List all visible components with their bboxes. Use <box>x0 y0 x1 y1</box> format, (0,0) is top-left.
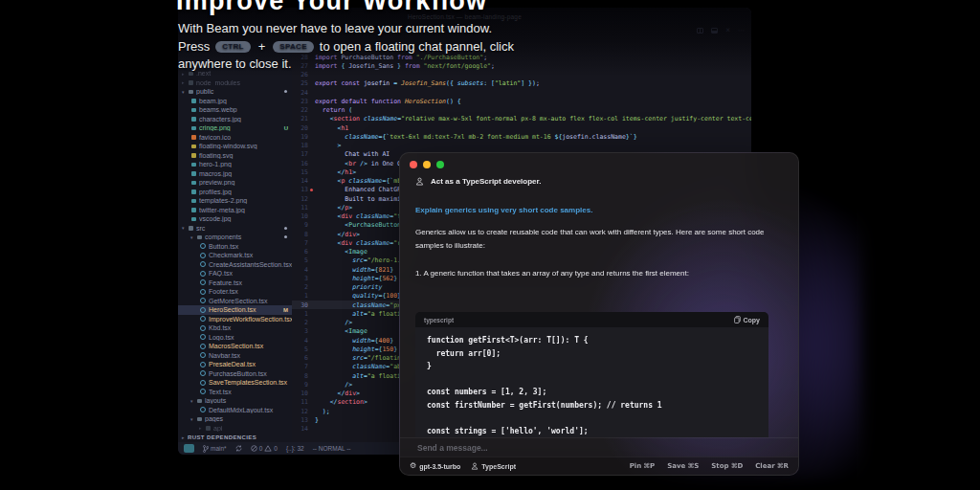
chat-input[interactable] <box>415 442 783 454</box>
tree-item[interactable]: CreateAssistantsSection.tsx <box>178 260 292 270</box>
line-number: 4 <box>292 266 315 274</box>
tree-item-label: floating.svg <box>199 152 292 159</box>
code-line[interactable]: 20 <h1 <box>292 123 751 132</box>
code-line[interactable]: 18 > <box>292 142 751 150</box>
tree-item[interactable]: PurchaseButton.tsx <box>178 369 292 379</box>
tree-item[interactable]: ▸api <box>178 424 292 434</box>
tree-item[interactable]: MacrosSection.tsx <box>178 342 292 351</box>
explorer-sidebar: ▸.next▸node_modules▾publicbeam.jpgbeams.… <box>178 25 292 442</box>
page-title: Improve Your Workflow <box>176 0 487 16</box>
tree-item[interactable]: DefaultMdxLayout.tsx <box>178 406 292 415</box>
tree-item[interactable]: characters.jpg <box>178 115 292 124</box>
line-number: 30 <box>292 301 315 309</box>
tree-item[interactable]: Feature.tsx <box>178 278 292 288</box>
code-text: return ( <box>315 106 751 114</box>
chevron-icon: ▸ <box>199 425 205 431</box>
tree-item[interactable]: hero-1.png <box>178 160 292 169</box>
tsx-file-icon <box>200 380 206 386</box>
code-text: export default function HeroSection() { <box>315 98 751 105</box>
tree-item[interactable]: profiles.jpg <box>178 188 292 197</box>
tree-item[interactable]: twitter-meta.jpg <box>178 206 292 215</box>
shortcut-pin[interactable]: Pin ⌘P <box>630 462 656 470</box>
gear-icon: ⚙ <box>410 462 416 470</box>
code-line[interactable]: 25export const josefin = Josefin_Sans({ … <box>292 79 751 88</box>
tree-item-label: profiles.jpg <box>199 189 292 195</box>
tree-item[interactable]: GetMoreSection.tsx <box>178 297 292 306</box>
tree-item-label: PresaleDeal.tsx <box>209 361 292 368</box>
problems-indicator[interactable]: 0 0 <box>251 445 278 452</box>
chevron-icon: ▸ <box>182 79 188 85</box>
tree-item[interactable]: ImproveWorkflowSection.tsx <box>178 315 292 324</box>
tree-item[interactable]: vscode.jpg <box>178 214 292 224</box>
tree-item[interactable]: Text.tsx <box>178 388 292 397</box>
tsx-file-icon <box>200 243 206 249</box>
sync-indicator[interactable] <box>235 445 242 452</box>
tsx-file-icon <box>200 352 206 358</box>
tree-item[interactable]: ▾layouts <box>178 396 292 406</box>
tree-item[interactable]: ▸node_modules <box>178 78 292 88</box>
chevron-icon: ▾ <box>190 416 196 422</box>
tree-item[interactable]: beams.webp <box>178 105 292 115</box>
line-number: 16 <box>292 160 315 167</box>
tree-item[interactable]: preview.png <box>178 178 292 188</box>
shortcut-save[interactable]: Save ⌘S <box>667 462 699 470</box>
tree-item[interactable]: FAQ.tsx <box>178 269 292 278</box>
tree-item[interactable]: HeroSection.tsxM <box>178 305 292 315</box>
vim-mode[interactable]: -- NORMAL -- <box>313 445 351 452</box>
tree-item[interactable]: Logo.tsx <box>178 333 292 343</box>
persona-selector[interactable]: TypeScript <box>471 462 516 470</box>
code-line[interactable]: 24 <box>292 88 751 97</box>
model-selector[interactable]: ⚙ gpt-3.5-turbo <box>410 462 460 470</box>
img-file-icon <box>191 181 196 186</box>
sidebar-section-header[interactable]: ▸RUST DEPENDENCIES <box>178 433 292 442</box>
tree-item[interactable]: cringe.pngU <box>178 123 292 133</box>
tree-item[interactable]: PresaleDeal.tsx <box>178 360 292 369</box>
tree-item[interactable]: favicon.ico <box>178 133 292 143</box>
code-line[interactable]: 21 <section className="relative max-w-5x… <box>292 115 751 123</box>
user-prompt[interactable]: Explain generics using very short code s… <box>415 206 783 214</box>
code-text: className={`text-6xl md:text-7xl mb-2 fo… <box>315 133 751 141</box>
tree-item[interactable]: ▾src <box>178 224 292 234</box>
subtitle: With Beam you never have to leave your c… <box>178 20 514 74</box>
tree-item[interactable]: templates-2.png <box>178 196 292 206</box>
tree-item-label: vscode.jpg <box>199 215 292 222</box>
tree-item[interactable]: floating-window.svg <box>178 142 292 151</box>
tree-item[interactable]: Footer.tsx <box>178 287 292 297</box>
page: HeroSection.tsx — beam-landing-page ▸.ne… <box>0 0 980 490</box>
tree-item[interactable]: beam.jpg <box>178 97 292 106</box>
line-number: 22 <box>292 106 315 114</box>
tree-item[interactable]: ▾components <box>178 233 292 242</box>
git-branch[interactable]: main* <box>203 445 227 453</box>
tree-item[interactable]: Checkmark.tsx <box>178 251 292 260</box>
kbd-space: SPACE <box>273 41 313 53</box>
tree-item[interactable]: ▾pages <box>178 414 292 424</box>
line-number: 1 <box>292 310 315 318</box>
tree-item[interactable]: Button.tsx <box>178 242 292 252</box>
code-line[interactable]: 19 className={`text-6xl md:text-7xl mb-2… <box>292 132 751 141</box>
tree-item[interactable]: ▾public <box>178 87 292 97</box>
shortcut-stop[interactable]: Stop ⌘D <box>711 462 743 470</box>
bracket-indicator[interactable]: {..}: 32 <box>286 445 304 452</box>
tree-item[interactable]: SaveTemplatesSection.tsx <box>178 378 292 388</box>
tree-item-label: floating-window.svg <box>199 143 292 149</box>
person-icon <box>415 177 424 186</box>
line-number: 6 <box>292 248 315 256</box>
line-number: 19 <box>292 133 315 141</box>
shortcut-clear[interactable]: Clear ⌘R <box>755 462 789 470</box>
git-dot <box>284 227 287 230</box>
code-line[interactable]: 22 return ( <box>292 106 751 115</box>
subtitle-line-2-rest: to open a floating chat pannel, click <box>320 38 514 56</box>
tree-item[interactable]: Navbar.tsx <box>178 351 292 361</box>
line-number: 23 <box>292 98 315 105</box>
subtitle-line-1: With Beam you never have to leave your c… <box>178 20 514 38</box>
tree-item[interactable]: Kbd.tsx <box>178 323 292 333</box>
assistant-role-row: Act as a TypeScript developer. <box>415 177 783 186</box>
code-line[interactable]: 23export default function HeroSection() … <box>292 97 751 105</box>
tree-item[interactable]: macros.jpg <box>178 169 292 179</box>
git-badge: M <box>283 307 292 313</box>
tree-item[interactable]: floating.svg <box>178 151 292 161</box>
answer-paragraph: Generics allow us to create reusable cod… <box>415 226 773 253</box>
remote-icon[interactable] <box>184 444 194 453</box>
chat-panel: Act as a TypeScript developer. Explain g… <box>399 152 799 476</box>
copy-button[interactable]: Copy <box>734 316 761 323</box>
